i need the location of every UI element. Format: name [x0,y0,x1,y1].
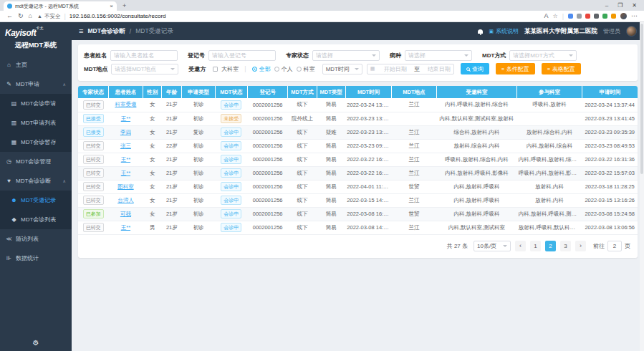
window-minimize-icon[interactable]: – [605,2,608,9]
registration-no-input[interactable]: 请输入登记号 [208,50,276,61]
cell-mdt_type: 简易 [317,112,345,125]
cell-mdt_location: 兰江 [392,98,436,112]
sidebar-item-mdt-consult-apply[interactable]: ▤MDT会诊申请 [0,94,72,113]
tab-favicon-icon [7,4,12,9]
sidebar-item-followup-list[interactable]: ≪随访列表 [0,229,72,249]
sidebar-item-data-stats[interactable]: ⊪数据统计 [0,249,72,268]
sidebar-item-label: MDT会诊诊断 [16,177,51,185]
window-maximize-icon[interactable]: ❐ [617,2,623,9]
radio-all[interactable]: 全部 [252,65,271,73]
tab-close-icon[interactable]: × [110,4,113,9]
scrollbar-thumb[interactable] [640,24,643,174]
page-size-select[interactable]: 10条/页 [474,241,511,251]
cell-name: 李四 [108,125,143,139]
patient-name-input[interactable]: 请输入患者姓名 [110,50,178,61]
extension-icon[interactable] [568,14,573,19]
cell-mdt_mode: 线下 [288,125,317,139]
patient-name-link[interactable]: 台湾人 [117,197,134,203]
security-warning[interactable]: ▲ 不安全 [37,13,60,20]
page-content: 患者姓名请输入患者姓名登记号请输入登记号专家状态请选择病种请选择MDT方式请选择… [72,40,644,351]
radio-department[interactable]: 科室 [297,65,315,73]
patient-name-link[interactable]: 王** [121,115,130,122]
time-type-select[interactable]: MDT时间 [322,64,362,74]
goto-page-input[interactable] [607,241,622,251]
expert-status-tag: 已转交 [83,155,104,164]
browser-profile-avatar[interactable] [620,13,627,19]
cell-name: 图科室 [108,180,143,193]
cell-gender: 女 [143,153,162,166]
patient-name-link[interactable]: 王** [121,224,130,231]
refresh-icon[interactable]: ↻ [18,13,24,19]
patient-name-link[interactable]: 李四 [120,129,131,135]
mdt-location-select[interactable]: 请选择MDT地点 [111,64,178,74]
patient-name-link[interactable]: 王** [121,156,130,163]
cell-mdt_time: 2022-03-08 14:10:00 [345,221,391,234]
window-close-icon[interactable]: ✕ [632,2,637,9]
favorite-icon[interactable]: ☆ [552,13,557,19]
extension-icon[interactable] [594,14,599,19]
expert-status-select[interactable]: 请选择 [312,50,380,61]
sidebar-item-mdt-consult-manage[interactable]: ◷MDT会诊管理 [0,152,72,171]
url-field[interactable]: ▲ 不安全 | 192.168.0.156:9002/consultate/re… [37,13,539,20]
cell-mdt_time: 2022-04-01 11:00:00 [345,180,391,193]
patient-name-link[interactable]: 科室受邀 [115,101,136,107]
pagination-total: 共 27 条 [447,242,468,250]
sidebar-item-mdt-invite-record[interactable]: ☻MDT受邀记录 [0,191,72,210]
cell-join_depts [517,112,582,125]
cell-age: 21岁 [162,98,182,112]
mdt-mode-select[interactable]: 请选择MDT方式 [509,50,577,61]
patient-name-link[interactable]: 可我 [120,211,131,217]
user-avatar[interactable] [626,26,637,37]
sidebar-item-mdt-consult-list[interactable]: ◆MDT会诊列表 [0,210,72,229]
new-tab-button[interactable]: + [122,2,126,11]
disease-select[interactable]: 请选择 [405,50,472,61]
cell-mdt_status: 会诊中 [215,139,247,153]
system-help-link[interactable]: ▣ 系统说明 [489,27,519,35]
cell-mdt_status: 未接受 [215,112,247,125]
prev-page-button[interactable]: ‹ [515,241,526,251]
home-icon[interactable]: ⌂ [29,13,32,19]
cell-mdt_status: 会诊中 [215,193,247,207]
cell-mdt_type: 简易 [317,153,345,166]
bell-icon[interactable] [478,29,483,34]
sidebar-fold-icon[interactable]: ≡ [79,27,83,35]
patient-name-link[interactable]: 王** [121,170,130,176]
next-page-button[interactable]: › [575,241,586,251]
query-button[interactable]: 查询 [461,63,489,74]
column-header-mdt_location: MDT地点 [392,86,436,98]
extension-icon[interactable] [602,14,607,19]
radio-personal[interactable]: 个人 [274,65,293,73]
page-scrollbar[interactable] [640,22,644,351]
cell-invited_depts: 内科,默认科室,测试科室 [436,221,517,234]
cell-join_depts: 放射科,内科 [517,180,582,193]
browser-menu-icon[interactable]: ⋯ [631,13,638,19]
page-button-3[interactable]: 3 [560,241,571,251]
browser-tab[interactable]: mdt受邀记录 - 远程MDT系统 × [4,1,117,11]
back-icon[interactable]: ← [6,13,13,19]
cell-mdt_mode: 线下 [288,166,317,180]
page-button-1[interactable]: 1 [530,241,541,251]
sidebar-item-mdt-consult-draft[interactable]: ▦MDT会诊暂存 [0,133,72,152]
dept-group-checkbox[interactable] [213,67,218,72]
sidebar-item-mdt-consult-diagnosis[interactable]: ♥MDT会诊诊断∧ [0,171,72,191]
gear-icon[interactable]: ⚙ [0,336,72,351]
patient-name-link[interactable]: 图科室 [117,183,134,190]
cell-mdt_type: 简易 [317,193,345,207]
cell-mdt_time: 2022-03-23 13:50:00 [345,112,391,125]
cell-apply_type: 初诊 [182,139,215,153]
table-config-button[interactable]: ≡ 表格配置 [542,63,581,74]
extension-icon[interactable] [585,14,590,19]
patient-name-link[interactable]: 张三 [120,143,131,149]
date-range-picker[interactable]: ▦ 开始日期 至 结束日期 [367,64,454,74]
read-aloud-icon[interactable]: A [544,13,548,19]
extension-icon[interactable] [577,14,582,19]
cell-apply_time: 2022-03-23 13:41:45 [582,112,638,125]
sidebar-item-home[interactable]: ⌂主页 [0,55,72,74]
cell-reg_no: 0002001256 [247,166,287,180]
page-button-2[interactable]: 2 [545,241,556,251]
sidebar-item-mdt-apply-list[interactable]: ▥MDT申请列表 [0,113,72,133]
condition-config-button[interactable]: ≡ 条件配置 [496,63,535,74]
sidebar-item-mdt-apply[interactable]: ✎MDT申请∧ [0,74,72,94]
extension-icon[interactable] [611,14,616,19]
radio-icon [274,67,279,72]
